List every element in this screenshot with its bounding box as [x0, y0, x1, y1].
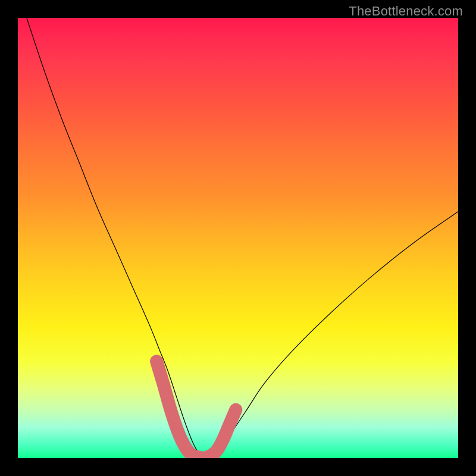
highlight-band	[156, 361, 236, 458]
bottleneck-curve	[27, 18, 458, 458]
chart-container: TheBottleneck.com	[0, 0, 476, 476]
plot-svg	[18, 18, 458, 458]
watermark-text: TheBottleneck.com	[349, 4, 463, 19]
plot-area	[18, 18, 458, 458]
